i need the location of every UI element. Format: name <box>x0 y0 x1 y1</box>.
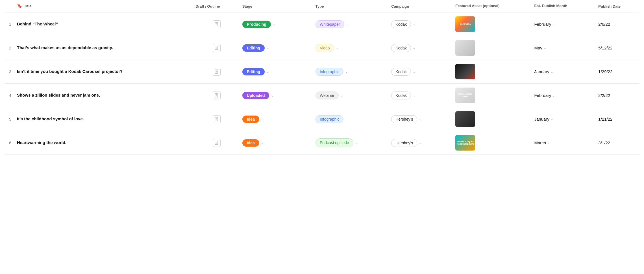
row-campaign: Kodak⌄ <box>389 60 453 84</box>
month-chevron-icon[interactable]: ⌄ <box>552 93 555 97</box>
row-featured-asset[interactable] <box>453 107 532 131</box>
row-stage: Editing⌄ <box>240 36 313 60</box>
type-badge[interactable]: Podcast episode <box>316 138 353 147</box>
row-stage: Producing⌄ <box>240 12 313 36</box>
row-featured-asset[interactable]: CAROUSEL <box>453 12 532 36</box>
campaign-chevron-icon[interactable]: ⌄ <box>413 46 415 50</box>
campaign-badge[interactable]: Hershey’s <box>391 115 417 123</box>
document-icon <box>213 44 221 52</box>
table-row: 6Heartwarming the world.Idea⌄Podcast epi… <box>5 131 639 155</box>
publish-month-value: January <box>534 69 549 74</box>
type-chevron-icon[interactable]: ⌄ <box>336 46 339 50</box>
stage-badge[interactable]: Editing <box>242 68 265 75</box>
row-campaign: Kodak⌄ <box>389 36 453 60</box>
campaign-badge[interactable]: Kodak <box>391 68 411 76</box>
table-header-row: 🔖 Title Draft / Outline Stage Type Campa… <box>5 0 639 12</box>
campaign-chevron-icon[interactable]: ⌄ <box>413 22 415 26</box>
table-row: 1Behind “The Wheel”Producing⌄Whitepaper⌄… <box>5 12 639 36</box>
publish-date-value: 3/1/22 <box>598 140 610 145</box>
row-title: That’s what makes us as dependable as gr… <box>15 36 193 60</box>
row-publish-date: 2/6/22 <box>596 12 639 36</box>
stage-chevron-icon[interactable]: ⌄ <box>273 22 275 26</box>
row-featured-asset[interactable] <box>453 60 532 84</box>
row-draft[interactable] <box>193 60 240 84</box>
row-campaign: Kodak⌄ <box>389 12 453 36</box>
type-chevron-icon[interactable]: ⌄ <box>355 141 358 145</box>
stage-badge[interactable]: Editing <box>242 44 265 52</box>
stage-chevron-icon[interactable]: ⌄ <box>266 46 269 50</box>
row-draft[interactable] <box>193 107 240 131</box>
row-type: Podcast episode⌄ <box>313 131 389 155</box>
month-chevron-icon[interactable]: ⌄ <box>543 46 546 50</box>
publish-date-value: 1/21/22 <box>598 117 612 121</box>
stage-badge[interactable]: Producing <box>242 21 271 28</box>
campaign-badge[interactable]: Hershey’s <box>391 139 417 147</box>
bookmark-icon: 🔖 <box>17 3 22 8</box>
publish-date-value: 2/2/22 <box>598 93 610 98</box>
row-campaign: Hershey’s⌄ <box>389 107 453 131</box>
campaign-badge[interactable]: Kodak <box>391 44 411 52</box>
publish-month-value: February <box>534 93 551 98</box>
stage-badge[interactable]: Idea <box>242 139 259 147</box>
publish-month-value: May <box>534 45 542 50</box>
campaign-chevron-icon[interactable]: ⌄ <box>413 93 415 97</box>
type-badge[interactable]: Whitepaper <box>316 20 344 28</box>
row-featured-asset[interactable]: heartwarming the world HERSHEY’S <box>453 131 532 155</box>
month-chevron-icon[interactable]: ⌄ <box>551 70 553 74</box>
row-draft[interactable] <box>193 36 240 60</box>
stage-badge[interactable]: Idea <box>242 116 259 123</box>
row-number: 5 <box>5 107 15 131</box>
type-badge[interactable]: Infographic <box>316 68 343 76</box>
row-publish-date: 1/21/22 <box>596 107 639 131</box>
row-title: Heartwarming the world. <box>15 131 193 155</box>
stage-chevron-icon[interactable]: ⌄ <box>266 70 269 74</box>
campaign-chevron-icon[interactable]: ⌄ <box>419 141 422 145</box>
row-featured-asset[interactable] <box>453 36 532 60</box>
row-draft[interactable] <box>193 84 240 107</box>
col-header-type: Type <box>313 0 389 12</box>
row-type: Webinar⌄ <box>313 84 389 107</box>
row-publish-date: 1/29/22 <box>596 60 639 84</box>
type-chevron-icon[interactable]: ⌄ <box>346 22 349 26</box>
row-est-publish-month: January⌄ <box>532 107 596 131</box>
stage-chevron-icon[interactable]: ⌄ <box>261 117 264 121</box>
type-chevron-icon[interactable]: ⌄ <box>340 93 343 97</box>
campaign-chevron-icon[interactable]: ⌄ <box>419 117 422 121</box>
row-stage: Idea⌄ <box>240 131 313 155</box>
type-badge[interactable]: Video <box>316 44 334 52</box>
publish-month-value: January <box>534 117 549 121</box>
row-draft[interactable] <box>193 131 240 155</box>
campaign-badge[interactable]: Kodak <box>391 92 411 99</box>
row-title: It’s the childhood symbol of love. <box>15 107 193 131</box>
row-stage: Idea⌄ <box>240 107 313 131</box>
col-header-draft: Draft / Outline <box>193 0 240 12</box>
type-badge[interactable]: Webinar <box>316 92 339 99</box>
row-type: Video⌄ <box>313 36 389 60</box>
month-chevron-icon[interactable]: ⌄ <box>551 117 553 121</box>
row-title: Behind “The Wheel” <box>15 12 193 36</box>
document-icon <box>213 68 221 76</box>
row-number: 6 <box>5 131 15 155</box>
content-table-container: 🔖 Title Draft / Outline Stage Type Campa… <box>0 0 644 155</box>
stage-badge[interactable]: Uploaded <box>242 92 269 99</box>
type-badge[interactable]: Infographic <box>316 115 343 123</box>
type-chevron-icon[interactable]: ⌄ <box>345 117 348 121</box>
campaign-badge[interactable]: Kodak <box>391 20 411 28</box>
stage-chevron-icon[interactable]: ⌄ <box>271 93 274 97</box>
month-chevron-icon[interactable]: ⌄ <box>552 22 555 26</box>
row-type: Infographic⌄ <box>313 60 389 84</box>
row-draft[interactable] <box>193 12 240 36</box>
campaign-chevron-icon[interactable]: ⌄ <box>413 70 415 74</box>
row-publish-date: 5/12/22 <box>596 36 639 60</box>
month-chevron-icon[interactable]: ⌄ <box>547 141 550 145</box>
document-icon <box>213 92 221 99</box>
row-title: Isn’t it time you bought a Kodak Carouse… <box>15 60 193 84</box>
row-number: 2 <box>5 36 15 60</box>
content-table: 🔖 Title Draft / Outline Stage Type Campa… <box>5 0 639 155</box>
type-chevron-icon[interactable]: ⌄ <box>345 70 348 74</box>
row-featured-asset[interactable]: Shows a zillion slides <box>453 84 532 107</box>
stage-chevron-icon[interactable]: ⌄ <box>261 141 264 145</box>
row-est-publish-month: February⌄ <box>532 12 596 36</box>
row-campaign: Hershey’s⌄ <box>389 131 453 155</box>
table-row: 5It’s the childhood symbol of love.Idea⌄… <box>5 107 639 131</box>
